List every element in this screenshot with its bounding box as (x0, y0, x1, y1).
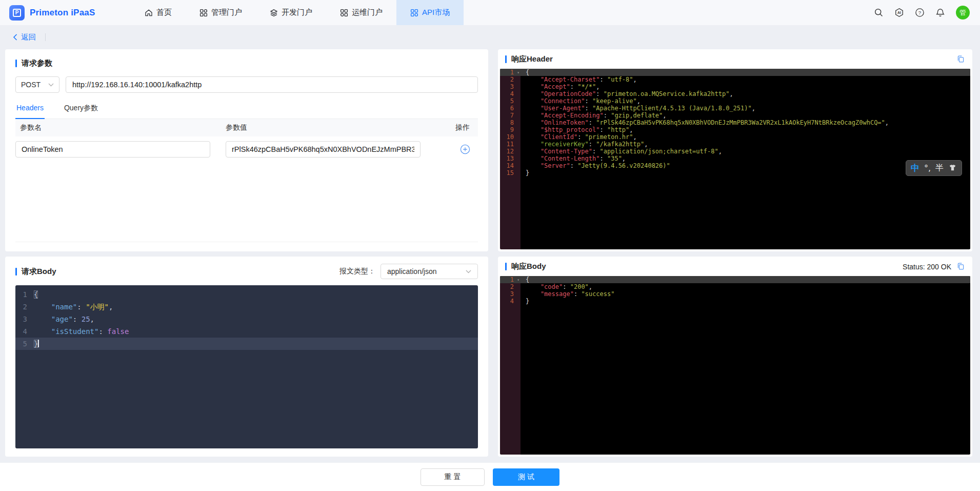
code-line: 3 "age": 25, (15, 313, 478, 325)
code-line-content: "Content-Length": "35", (521, 155, 970, 162)
content-type-select[interactable]: application/json (381, 264, 478, 279)
request-body-title-row: 请求Body 报文类型： application/json (15, 264, 478, 279)
line-number: 2 (500, 76, 521, 83)
line-number: 15 (500, 169, 521, 176)
fold-arrow-icon[interactable]: ▾ (517, 277, 519, 284)
code-line-content: "OnlineToken": "rPlSk46zpCBaH5vPK68hq5xN… (521, 119, 970, 126)
appstore-icon (199, 9, 208, 17)
test-button[interactable]: 测 试 (493, 468, 559, 486)
nav-menu: 首页 管理门户 开发门户 运维门户 API市场 (131, 0, 464, 25)
copy-response-body-button[interactable] (956, 262, 965, 271)
nav-item-api-market[interactable]: API市场 (396, 0, 464, 25)
bell-icon[interactable] (935, 8, 945, 17)
response-header-title: 响应Header (505, 54, 553, 64)
response-body-panel: 响应Body Status: 200 OK 1▾{2 "code": "200"… (498, 257, 972, 457)
response-header-panel: 响应Header 1▾{2 "Accept-Charset": "utf-8",… (498, 49, 972, 251)
code-line-content: "name": "小明", (33, 301, 478, 313)
param-value-input[interactable] (226, 141, 421, 158)
code-line: 4 "isStudent": false (15, 325, 478, 338)
code-line: 11 "receiverKey": "/kafka2http", (500, 141, 970, 148)
search-icon[interactable] (874, 8, 884, 17)
code-line-content: "Content-Type": "application/json;charse… (521, 148, 970, 155)
chevron-left-icon (13, 34, 17, 41)
request-body-editor[interactable]: 1{2 "name": "小明",3 "age": 25,4 "isStuden… (15, 285, 478, 448)
params-tabs: Headers Query参数 (15, 98, 478, 119)
nav-item-ops-portal[interactable]: 运维门户 (326, 0, 396, 25)
line-number: 11 (500, 141, 521, 148)
ai-icon[interactable]: AI (894, 8, 904, 17)
avatar[interactable]: 管 (956, 6, 970, 19)
appstore-icon (340, 9, 348, 17)
status-badge: Status: 200 OK (903, 263, 951, 271)
nav-item-label: 开发门户 (282, 8, 312, 17)
line-number: 3 (15, 313, 33, 325)
response-header-editor-wrap: 1▾{2 "Accept-Charset": "utf-8",3 "Accept… (500, 69, 970, 249)
param-name-input[interactable] (15, 141, 210, 158)
code-line: 7 "Accept-Encoding": "gzip,deflate", (500, 112, 970, 119)
title-marker (505, 55, 507, 63)
code-line-content: "age": 25, (33, 313, 478, 325)
table-row (15, 136, 478, 158)
request-body-editor-wrap: 1{2 "name": "小明",3 "age": 25,4 "isStuden… (15, 285, 478, 448)
line-number: 4 (500, 298, 521, 305)
nav-item-label: 管理门户 (211, 8, 242, 17)
code-line: 12 "Content-Type": "application/json;cha… (500, 148, 970, 155)
nav-item-dev-portal[interactable]: 开发门户 (256, 0, 326, 25)
code-line: 5} (15, 338, 478, 350)
code-line-content: "Accept-Encoding": "gzip,deflate", (521, 112, 970, 119)
back-button[interactable]: 返回 (13, 32, 36, 42)
line-number: 12 (500, 148, 521, 155)
line-number: 2 (15, 301, 33, 313)
response-body-title: 响应Body (505, 262, 546, 271)
code-line-content: "receiverKey": "/kafka2http", (521, 141, 970, 148)
response-body-title-row: 响应Body Status: 200 OK (498, 257, 972, 276)
column-param-name: 参数名 (15, 123, 226, 132)
line-number: 4 (500, 90, 521, 97)
divider (45, 33, 46, 41)
column-param-value: 参数值 (226, 123, 433, 132)
back-bar: 返回 (0, 25, 980, 49)
ime-mode-indicator: 中 (911, 162, 919, 174)
home-icon (145, 9, 153, 17)
code-line-content: } (521, 169, 970, 176)
title-marker (15, 268, 17, 276)
footer-bar: 重 置 测 试 (0, 463, 980, 491)
ime-width-indicator: 半 (935, 163, 944, 173)
response-body-editor-wrap: 1▾{2 "code": "200",3 "message": "success… (500, 276, 970, 455)
copy-response-header-button[interactable] (956, 55, 965, 64)
code-line-content: "Server": "Jetty(9.4.56.v20240826)" (521, 162, 970, 169)
code-line-content: "OperationCode": "primeton.oa.MQService.… (521, 90, 970, 97)
code-line: 2 "Accept-Charset": "utf-8", (500, 76, 970, 83)
line-number: 7 (500, 112, 521, 119)
content-type-group: 报文类型： application/json (339, 264, 478, 279)
brand-name: Primeton iPaaS (30, 8, 95, 18)
tab-headers[interactable]: Headers (15, 98, 45, 119)
add-param-button[interactable] (460, 144, 470, 154)
nav-item-admin-portal[interactable]: 管理门户 (186, 0, 256, 25)
method-select[interactable]: POST (15, 76, 59, 93)
code-line-content: "Accept-Charset": "utf-8", (521, 76, 970, 83)
line-number: 3 (500, 290, 521, 298)
code-line: 1▾{ (500, 276, 970, 283)
line-number: 2 (500, 283, 521, 290)
fold-arrow-icon[interactable]: ▾ (517, 69, 519, 76)
nav-item-label: 首页 (156, 8, 172, 17)
copy-icon (956, 55, 965, 64)
avatar-text: 管 (959, 8, 966, 17)
code-line: 8 "OnlineToken": "rPlSk46zpCBaH5vPK68hq5… (500, 119, 970, 126)
code-line: 4} (500, 298, 970, 305)
tab-query-params[interactable]: Query参数 (63, 98, 99, 119)
params-table-header: 参数名 参数值 操作 (15, 119, 478, 136)
line-number: 6 (500, 105, 521, 112)
line-number: 14 (500, 162, 521, 169)
status-group: Status: 200 OK (903, 262, 965, 271)
nav-item-label: API市场 (422, 8, 450, 17)
reset-button[interactable]: 重 置 (421, 468, 485, 486)
url-input[interactable] (66, 76, 478, 93)
code-line-content: } (33, 338, 478, 350)
code-line-content: "code": "200", (521, 283, 970, 290)
method-value: POST (21, 81, 41, 89)
line-number: 3 (500, 83, 521, 90)
help-icon[interactable]: ? (915, 8, 925, 17)
nav-item-home[interactable]: 首页 (131, 0, 186, 25)
